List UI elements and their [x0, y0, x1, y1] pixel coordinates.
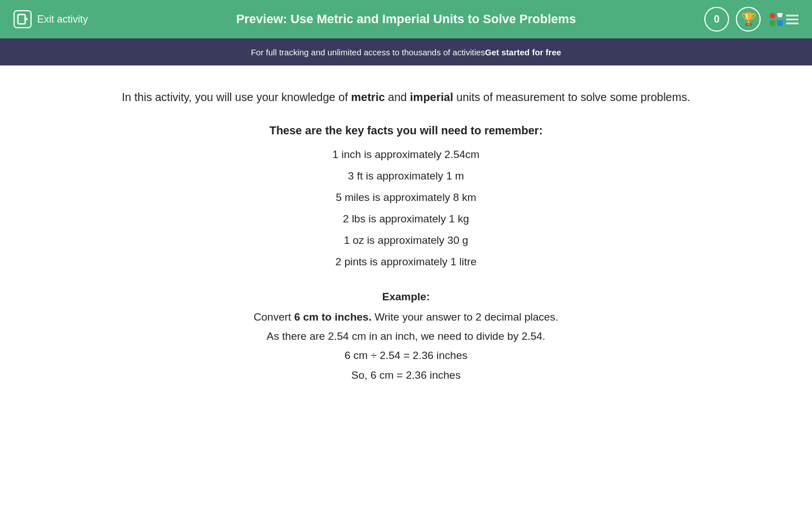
trophy-badge: 🏆: [736, 7, 761, 32]
example-title: Example:: [90, 291, 722, 303]
trophy-icon: 🏆: [741, 12, 756, 27]
intro-imperial: imperial: [410, 91, 453, 103]
game-menu-area: [770, 13, 798, 26]
fact-item: 5 miles is approximately 8 km: [90, 187, 722, 208]
example-line4: So, 6 cm = 2.36 inches: [90, 366, 722, 385]
promo-banner: For full tracking and unlimited access t…: [0, 38, 812, 65]
nav-right: 0 🏆: [704, 7, 798, 32]
fact-item: 1 inch is approximately 2.54cm: [90, 144, 722, 165]
fact-item: 2 pints is approximately 1 litre: [90, 251, 722, 273]
score-badge: 0: [704, 7, 729, 32]
key-facts-title: These are the key facts you will need to…: [90, 124, 722, 137]
hamburger-menu-icon[interactable]: [786, 15, 798, 24]
intro-part2: and: [385, 91, 410, 103]
page-title: Preview: Use Metric and Imperial Units t…: [236, 12, 576, 27]
intro-part3: units of measurement to solve some probl…: [453, 91, 690, 103]
example-post: Write your answer to 2 decimal places.: [372, 311, 558, 323]
intro-metric: metric: [351, 91, 385, 103]
fact-item: 2 lbs is approximately 1 kg: [90, 208, 722, 230]
facts-list: 1 inch is approximately 2.54cm3 ft is ap…: [90, 144, 722, 273]
top-nav: Exit activity Preview: Use Metric and Im…: [0, 0, 812, 38]
promo-cta[interactable]: Get started for free: [485, 47, 561, 57]
fact-item: 3 ft is approximately 1 m: [90, 165, 722, 187]
main-content: In this activity, you will use your know…: [0, 65, 812, 508]
exit-icon: [14, 10, 32, 28]
exit-label: Exit activity: [37, 14, 88, 25]
fact-item: 1 oz is approximately 30 g: [90, 230, 722, 251]
example-bold: 6 cm to inches.: [294, 311, 372, 323]
game-dots-icon: [770, 13, 783, 26]
example-line3: 6 cm ÷ 2.54 = 2.36 inches: [90, 346, 722, 365]
example-body: Convert 6 cm to inches. Write your answe…: [90, 308, 722, 385]
intro-part1: In this activity, you will use your know…: [122, 91, 351, 103]
example-line1: Convert 6 cm to inches. Write your answe…: [90, 308, 722, 327]
example-line2: As there are 2.54 cm in an inch, we need…: [90, 327, 722, 346]
promo-text: For full tracking and unlimited access t…: [251, 47, 485, 57]
example-pre: Convert: [254, 311, 294, 323]
exit-button[interactable]: Exit activity: [14, 10, 88, 28]
intro-paragraph: In this activity, you will use your know…: [90, 88, 722, 106]
